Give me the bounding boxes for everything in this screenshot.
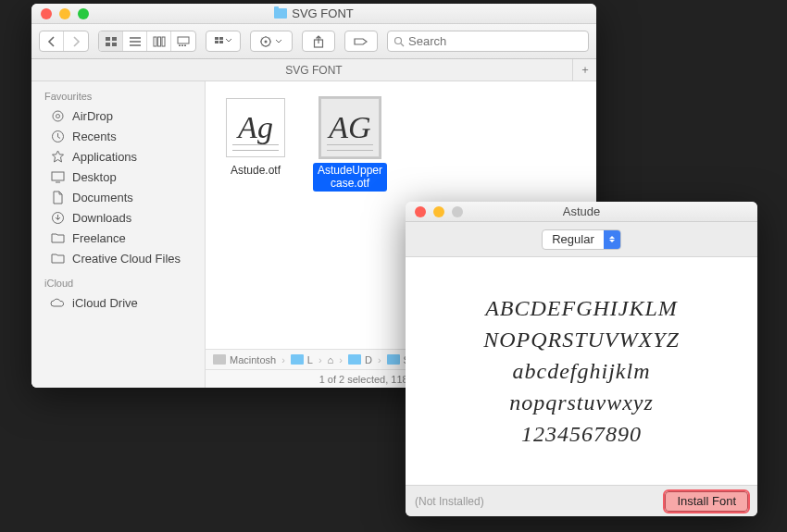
svg-rect-10: [184, 44, 186, 46]
svg-rect-0: [106, 37, 110, 41]
svg-rect-7: [178, 37, 189, 43]
svg-rect-4: [154, 37, 156, 46]
chevron-updown-icon: [604, 230, 620, 249]
folder-icon: [348, 354, 361, 365]
close-icon[interactable]: [41, 8, 52, 19]
traffic-lights: [406, 206, 463, 217]
arrange-group: [206, 31, 241, 52]
preview-line: NOPQRSTUVWXYZ: [483, 326, 680, 353]
svg-rect-3: [112, 43, 117, 46]
preview-line: nopqrstuvwxyz: [509, 389, 654, 416]
fontwin-titlebar[interactable]: Astude: [406, 202, 757, 222]
arrange-button[interactable]: [206, 31, 240, 51]
sidebar-item-applications[interactable]: Applications: [31, 146, 205, 167]
airdrop-icon: [50, 108, 65, 123]
svg-rect-14: [219, 41, 223, 43]
search-input[interactable]: [408, 34, 582, 48]
home-icon: ⌂: [328, 354, 334, 365]
view-gallery-button[interactable]: [171, 31, 195, 51]
view-icons-button[interactable]: [99, 31, 123, 51]
font-preview-window: Astude Regular ABCDEFGHIJKLM NOPQRSTUVWX…: [406, 202, 757, 516]
traffic-lights: [31, 8, 89, 19]
sidebar-section-icloud: iCloud: [31, 274, 205, 292]
font-preview-area: ABCDEFGHIJKLM NOPQRSTUVWXYZ abcdefghijkl…: [406, 257, 757, 485]
minimize-icon[interactable]: [59, 8, 70, 19]
zoom-icon[interactable]: [78, 8, 89, 19]
preview-line: abcdefghijklm: [513, 357, 651, 385]
style-popup[interactable]: Regular: [542, 229, 621, 250]
svg-point-16: [265, 40, 268, 43]
svg-rect-13: [215, 41, 219, 43]
view-list-button[interactable]: [123, 31, 147, 51]
clock-icon: [50, 129, 65, 143]
sidebar-item-recents[interactable]: Recents: [31, 126, 205, 146]
folder-icon: [274, 8, 287, 19]
window-title: SVG FONT: [292, 6, 353, 20]
sidebar-item-documents[interactable]: Documents: [31, 187, 205, 207]
file-item[interactable]: AG AstudeUppercase.otf: [313, 98, 387, 192]
sidebar-section-favourites: Favourites: [31, 87, 205, 105]
add-tab-button[interactable]: ＋: [572, 59, 596, 80]
applications-icon: [50, 149, 65, 164]
preview-line: ABCDEFGHIJKLM: [485, 294, 678, 322]
cloud-icon: [50, 295, 65, 310]
sidebar-item-airdrop[interactable]: AirDrop: [31, 105, 205, 126]
folder-icon: [291, 354, 304, 365]
view-mode-group: [98, 31, 196, 52]
sidebar-item-desktop[interactable]: Desktop: [31, 167, 205, 187]
finder-toolbar: [31, 24, 596, 59]
file-name: Astude.otf: [228, 163, 283, 178]
forward-button[interactable]: [64, 31, 88, 51]
file-item[interactable]: Ag Astude.otf: [219, 98, 293, 178]
install-font-button[interactable]: Install Font: [665, 491, 748, 512]
tags-button[interactable]: [344, 31, 378, 52]
font-file-icon: AG: [320, 98, 380, 157]
file-name: AstudeUppercase.otf: [313, 163, 387, 192]
share-button[interactable]: [302, 31, 335, 52]
search-icon: [394, 36, 405, 47]
path-header: SVG FONT ＋: [31, 59, 596, 81]
folder-icon: [387, 354, 400, 365]
finder-titlebar[interactable]: SVG FONT: [31, 4, 596, 24]
svg-point-19: [53, 111, 63, 121]
minimize-icon[interactable]: [433, 206, 444, 217]
documents-icon: [50, 190, 65, 204]
action-menu-button[interactable]: [250, 31, 293, 52]
font-file-icon: Ag: [226, 98, 285, 157]
downloads-icon: [50, 210, 65, 225]
svg-rect-12: [219, 37, 223, 40]
sidebar-item-icloud[interactable]: iCloud Drive: [31, 292, 205, 313]
nav-back-forward: [39, 31, 89, 52]
svg-point-18: [395, 37, 402, 43]
disk-icon: [213, 354, 226, 365]
svg-rect-8: [179, 44, 181, 46]
sidebar-item-ccfiles[interactable]: Creative Cloud Files: [31, 248, 205, 268]
svg-rect-1: [112, 37, 117, 41]
finder-sidebar: Favourites AirDrop Recents Applications …: [31, 81, 206, 388]
desktop-icon: [50, 169, 65, 184]
svg-rect-9: [181, 44, 183, 46]
folder-icon: [50, 251, 65, 266]
view-columns-button[interactable]: [147, 31, 171, 51]
style-popup-label: Regular: [543, 232, 604, 246]
sidebar-item-freelance[interactable]: Freelance: [31, 228, 205, 248]
folder-icon: [50, 230, 65, 245]
svg-rect-22: [52, 172, 64, 180]
close-icon[interactable]: [415, 206, 426, 217]
svg-rect-6: [162, 37, 165, 46]
fontwin-footer: (Not Installed) Install Font: [406, 485, 757, 516]
back-button[interactable]: [40, 31, 64, 51]
svg-point-20: [56, 114, 59, 118]
svg-rect-11: [215, 37, 219, 40]
path-header-label: SVG FONT: [285, 64, 342, 77]
window-title: Astude: [563, 204, 600, 218]
preview-line: 1234567890: [521, 420, 642, 448]
svg-rect-5: [157, 37, 160, 46]
sidebar-item-downloads[interactable]: Downloads: [31, 207, 205, 228]
fontwin-toolbar: Regular: [406, 222, 757, 257]
search-field[interactable]: [387, 31, 589, 52]
svg-rect-2: [106, 43, 110, 46]
zoom-icon[interactable]: [452, 206, 463, 217]
install-state: (Not Installed): [415, 495, 484, 508]
